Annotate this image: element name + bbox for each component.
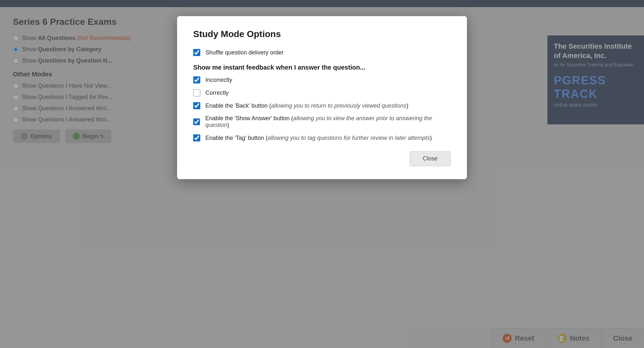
shuffle-label[interactable]: Shuffle question delivery order: [205, 49, 284, 56]
show-answer-label[interactable]: Enable the 'Show Answer' button (allowin…: [205, 115, 451, 129]
back-button-label[interactable]: Enable the 'Back' button (allowing you t…: [205, 102, 408, 109]
shuffle-checkbox[interactable]: [193, 49, 200, 56]
incorrectly-row: Incorrectly: [193, 76, 451, 83]
show-answer-checkbox[interactable]: [193, 118, 200, 125]
back-button-row: Enable the 'Back' button (allowing you t…: [193, 102, 451, 109]
correctly-label[interactable]: Correctly: [205, 90, 229, 96]
shuffle-row: Shuffle question delivery order: [193, 49, 451, 56]
tag-button-row: Enable the 'Tag' button (allowing you to…: [193, 134, 451, 141]
tag-button-label[interactable]: Enable the 'Tag' button (allowing you to…: [205, 135, 432, 141]
tag-button-checkbox[interactable]: [193, 134, 200, 141]
correctly-checkbox[interactable]: [193, 89, 200, 96]
show-answer-row: Enable the 'Show Answer' button (allowin…: [193, 115, 451, 129]
incorrectly-label[interactable]: Incorrectly: [205, 77, 232, 83]
back-button-checkbox[interactable]: [193, 102, 200, 109]
correctly-row: Correctly: [193, 89, 451, 96]
incorrectly-checkbox[interactable]: [193, 76, 200, 83]
modal-footer: Close: [193, 151, 451, 166]
feedback-heading: Show me instant feedback when I answer t…: [193, 64, 451, 71]
study-mode-options-modal: Study Mode Options Shuffle question deli…: [177, 16, 467, 179]
modal-title: Study Mode Options: [193, 29, 451, 39]
shuffle-section: Shuffle question delivery order: [193, 49, 451, 56]
modal-close-button[interactable]: Close: [410, 151, 451, 166]
